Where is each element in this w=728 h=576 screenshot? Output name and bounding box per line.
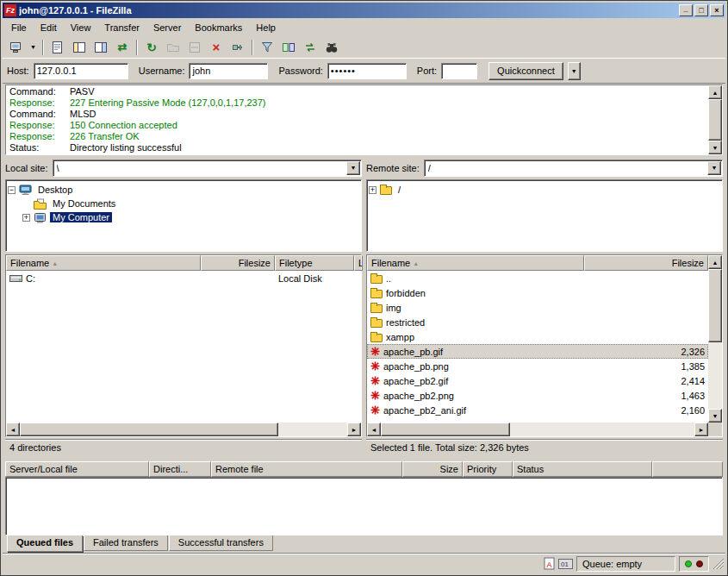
tree-item-root[interactable]: + / <box>369 183 720 197</box>
column-header-filetype[interactable]: Filetype <box>275 255 354 271</box>
queue-body[interactable] <box>5 477 723 535</box>
column-header-remote-file[interactable]: Remote file <box>211 461 402 477</box>
scroll-right-icon[interactable]: ► <box>694 423 708 436</box>
remote-site-combo[interactable]: / ▼ <box>424 160 723 177</box>
tab-queued-files[interactable]: Queued files <box>7 535 83 552</box>
remote-file-row[interactable]: xampp <box>367 329 708 344</box>
remote-vertical-scrollbar[interactable]: ▲ ▼ <box>708 255 722 423</box>
ascii-transfer-type-icon[interactable]: A <box>544 557 555 570</box>
menu-file[interactable]: File <box>4 20 34 35</box>
menu-view[interactable]: View <box>64 20 98 35</box>
scroll-left-icon[interactable]: ◄ <box>367 423 381 436</box>
tree-item-my-computer[interactable]: + My Computer <box>8 210 359 224</box>
scrollbar-track[interactable] <box>708 99 722 141</box>
scrollbar-track[interactable] <box>20 423 347 436</box>
remote-file-row[interactable]: img <box>367 300 708 315</box>
expand-toggle-icon[interactable]: + <box>369 186 376 194</box>
directory-comparison-button[interactable] <box>278 38 299 57</box>
local-site-dropdown-button[interactable]: ▼ <box>346 161 360 175</box>
host-input[interactable] <box>34 63 128 79</box>
scrollbar-thumb[interactable] <box>708 269 722 342</box>
expand-toggle-icon[interactable]: + <box>22 214 30 222</box>
column-header-filesize[interactable]: Filesize <box>201 255 275 271</box>
filezilla-logo-icon: Fz <box>4 4 16 16</box>
column-header-filename[interactable]: Filename▲ <box>6 255 201 271</box>
quickconnect-button[interactable]: Quickconnect <box>488 62 563 80</box>
local-horizontal-scrollbar[interactable]: ◄ ► <box>6 423 361 436</box>
toggle-local-tree-button[interactable] <box>69 38 90 57</box>
minimize-button[interactable]: _ <box>679 4 693 16</box>
scrollbar-thumb[interactable] <box>20 423 278 436</box>
remote-file-row[interactable]: apache_pb2.png 1,463 <box>367 388 708 403</box>
tab-failed-transfers[interactable]: Failed transfers <box>84 535 168 551</box>
scroll-down-icon[interactable]: ▼ <box>708 141 722 154</box>
remote-horizontal-scrollbar[interactable]: ◄ ► <box>367 423 708 436</box>
port-input[interactable] <box>441 63 477 79</box>
filter-button[interactable] <box>257 38 277 57</box>
site-manager-button[interactable] <box>6 38 27 57</box>
column-header-filesize[interactable]: Filesize <box>584 255 708 271</box>
scroll-down-icon[interactable]: ▼ <box>708 409 722 423</box>
scrollbar-thumb[interactable] <box>381 423 510 436</box>
scrollbar-corner <box>708 423 722 436</box>
resize-grip[interactable] <box>712 558 724 569</box>
column-header-direction[interactable]: Directi... <box>149 461 211 477</box>
tree-item-desktop[interactable]: − Desktop <box>8 183 359 197</box>
quickconnect-dropdown-button[interactable]: ▼ <box>568 62 581 80</box>
log-line: Response:227 Entering Passive Mode (127,… <box>6 97 708 109</box>
menu-transfer[interactable]: Transfer <box>97 20 146 35</box>
local-site-combo[interactable]: \ ▼ <box>53 160 362 177</box>
password-input[interactable] <box>327 63 407 79</box>
tab-successful-transfers[interactable]: Successful transfers <box>169 535 273 551</box>
remote-file-row[interactable]: restricted <box>367 315 708 329</box>
binary-indicator-icon[interactable]: 01 <box>558 559 573 569</box>
cancel-button[interactable]: × <box>206 38 227 57</box>
titlebar[interactable]: Fz john@127.0.0.1 - FileZilla _ □ × <box>3 3 725 18</box>
find-files-button[interactable] <box>321 38 342 57</box>
password-label: Password: <box>278 66 322 76</box>
column-header-status[interactable]: Status <box>513 461 652 477</box>
open-directory-button[interactable] <box>163 38 184 57</box>
scroll-up-icon[interactable]: ▲ <box>708 85 722 99</box>
disconnect-button[interactable] <box>227 38 248 57</box>
log-scrollbar[interactable]: ▲ ▼ <box>708 85 722 154</box>
column-header-server-local-file[interactable]: Server/Local file <box>5 461 149 477</box>
menu-edit[interactable]: Edit <box>34 20 64 35</box>
column-header-lastmodified[interactable]: L <box>354 255 363 271</box>
scroll-left-icon[interactable]: ◄ <box>6 423 20 436</box>
synchronized-browsing-button[interactable] <box>300 38 320 57</box>
scrollbar-track[interactable] <box>708 269 722 409</box>
column-header-priority[interactable]: Priority <box>463 461 513 477</box>
menu-help[interactable]: Help <box>249 20 283 35</box>
column-header-size[interactable]: Size <box>402 461 463 477</box>
image-file-icon <box>370 361 380 371</box>
remote-file-row[interactable]: .. <box>367 271 708 285</box>
toggle-message-log-button[interactable] <box>47 38 68 57</box>
scrollbar-thumb[interactable] <box>708 99 722 141</box>
tree-item-my-documents[interactable]: My Documents <box>8 197 359 210</box>
scroll-right-icon[interactable]: ► <box>347 423 361 436</box>
menu-server[interactable]: Server <box>146 20 188 35</box>
scroll-up-icon[interactable]: ▲ <box>708 255 722 269</box>
scrollbar-track[interactable] <box>381 423 694 436</box>
column-header-filename[interactable]: Filename▲ <box>367 255 584 271</box>
remote-file-row-selected[interactable]: apache_pb.gif 2,326 <box>367 344 708 359</box>
maximize-button[interactable]: □ <box>694 4 708 16</box>
menu-bookmarks[interactable]: Bookmarks <box>188 20 249 35</box>
refresh-button[interactable]: ↻ <box>141 38 162 57</box>
collapse-toggle-icon[interactable]: − <box>8 186 16 194</box>
toggle-remote-tree-button[interactable] <box>90 38 111 57</box>
sync-icon <box>303 41 317 54</box>
remote-file-row[interactable]: apache_pb2.gif 2,414 <box>367 373 708 388</box>
remote-site-dropdown-button[interactable]: ▼ <box>707 161 721 175</box>
log-line: Response:226 Transfer OK <box>6 131 708 142</box>
toggle-transfer-queue-button[interactable]: ⇄ <box>112 38 133 57</box>
username-input[interactable] <box>189 63 268 79</box>
site-manager-dropdown-button[interactable]: ▼ <box>28 38 39 57</box>
remote-file-row[interactable]: forbidden <box>367 285 708 300</box>
remote-file-row[interactable]: apache_pb2_ani.gif 2,160 <box>367 403 708 417</box>
remote-file-row[interactable]: apache_pb.png 1,385 <box>367 359 708 373</box>
close-button[interactable]: × <box>710 4 724 16</box>
show-hidden-button[interactable] <box>184 38 205 57</box>
local-file-row[interactable]: C: Local Disk <box>6 271 361 285</box>
